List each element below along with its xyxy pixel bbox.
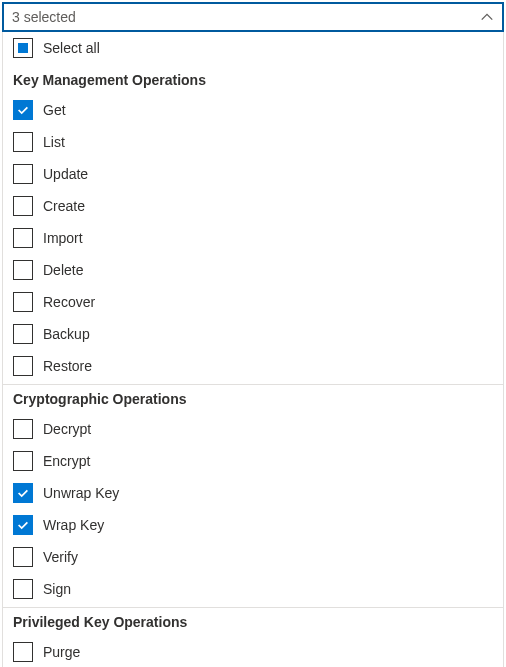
option-label: Get (43, 102, 66, 118)
option-row[interactable]: Purge (3, 636, 503, 667)
select-all-row[interactable]: Select all (3, 32, 503, 64)
dropdown-panel: Select all Key Management OperationsGetL… (2, 32, 504, 667)
option-checkbox[interactable] (13, 579, 33, 599)
option-label: Import (43, 230, 83, 246)
option-label: List (43, 134, 65, 150)
option-row[interactable]: Recover (3, 286, 503, 318)
option-row[interactable]: Update (3, 158, 503, 190)
option-row[interactable]: Wrap Key (3, 509, 503, 541)
group-header: Privileged Key Operations (3, 607, 503, 636)
option-checkbox[interactable] (13, 100, 33, 120)
select-all-checkbox[interactable] (13, 38, 33, 58)
option-checkbox[interactable] (13, 515, 33, 535)
option-checkbox[interactable] (13, 547, 33, 567)
chevron-up-icon (480, 10, 494, 24)
dropdown-header[interactable]: 3 selected (2, 2, 504, 32)
option-checkbox[interactable] (13, 196, 33, 216)
option-label: Sign (43, 581, 71, 597)
group-header: Cryptographic Operations (3, 384, 503, 413)
option-row[interactable]: Import (3, 222, 503, 254)
option-checkbox[interactable] (13, 356, 33, 376)
option-label: Restore (43, 358, 92, 374)
option-checkbox[interactable] (13, 228, 33, 248)
dropdown-summary: 3 selected (12, 9, 76, 25)
option-row[interactable]: List (3, 126, 503, 158)
option-checkbox[interactable] (13, 642, 33, 662)
option-checkbox[interactable] (13, 260, 33, 280)
option-label: Create (43, 198, 85, 214)
option-checkbox[interactable] (13, 164, 33, 184)
option-label: Decrypt (43, 421, 91, 437)
option-label: Encrypt (43, 453, 90, 469)
option-row[interactable]: Encrypt (3, 445, 503, 477)
option-label: Unwrap Key (43, 485, 119, 501)
option-checkbox[interactable] (13, 292, 33, 312)
option-row[interactable]: Create (3, 190, 503, 222)
option-label: Purge (43, 644, 80, 660)
option-checkbox[interactable] (13, 132, 33, 152)
option-row[interactable]: Backup (3, 318, 503, 350)
group-header: Key Management Operations (3, 66, 503, 94)
option-label: Wrap Key (43, 517, 104, 533)
option-row[interactable]: Unwrap Key (3, 477, 503, 509)
option-row[interactable]: Delete (3, 254, 503, 286)
option-checkbox[interactable] (13, 483, 33, 503)
option-checkbox[interactable] (13, 419, 33, 439)
option-row[interactable]: Sign (3, 573, 503, 605)
select-all-label: Select all (43, 40, 100, 56)
option-label: Backup (43, 326, 90, 342)
option-label: Update (43, 166, 88, 182)
option-row[interactable]: Verify (3, 541, 503, 573)
option-label: Delete (43, 262, 83, 278)
option-row[interactable]: Decrypt (3, 413, 503, 445)
option-checkbox[interactable] (13, 324, 33, 344)
option-row[interactable]: Restore (3, 350, 503, 382)
option-row[interactable]: Get (3, 94, 503, 126)
option-label: Verify (43, 549, 78, 565)
option-checkbox[interactable] (13, 451, 33, 471)
option-label: Recover (43, 294, 95, 310)
